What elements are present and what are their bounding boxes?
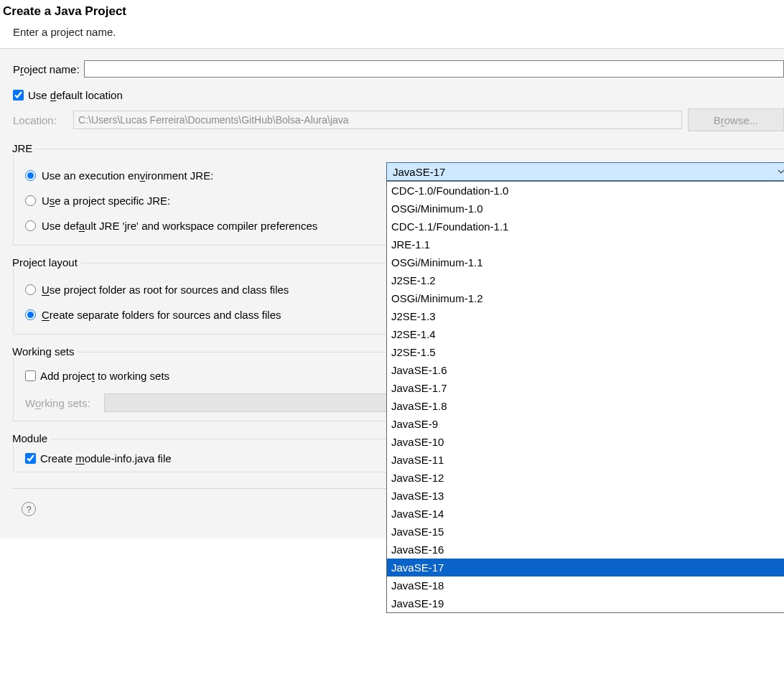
jre-option[interactable]: JavaSE-12 (387, 469, 784, 487)
jre-option[interactable]: JavaSE-11 (387, 451, 784, 469)
chevron-down-icon (778, 168, 784, 175)
jre-option[interactable]: JRE-1.1 (387, 235, 784, 253)
jre-option[interactable]: CDC-1.0/Foundation-1.0 (387, 182, 784, 200)
project-layout-legend: Project layout (12, 256, 80, 269)
jre-legend: JRE (12, 142, 35, 154)
jre-project-specific-input[interactable] (25, 195, 36, 206)
module-legend: Module (12, 432, 50, 444)
jre-option[interactable]: OSGi/Minimum-1.1 (387, 253, 784, 271)
jre-option[interactable]: JavaSE-1.6 (387, 361, 784, 379)
jre-option[interactable]: JavaSE-1.7 (387, 379, 784, 397)
jre-option[interactable]: JavaSE-14 (387, 505, 784, 523)
project-name-row: Project name: (13, 60, 784, 78)
jre-option[interactable]: J2SE-1.3 (387, 307, 784, 325)
jre-combo[interactable]: JavaSE-17 CDC-1.0/Foundation-1.0OSGi/Min… (386, 162, 784, 181)
location-input (73, 111, 682, 129)
browse-button: Browse... (688, 108, 784, 131)
jre-group: JRE Use an execution environment JRE: Ja… (13, 149, 784, 246)
jre-option[interactable]: CDC-1.1/Foundation-1.1 (387, 218, 784, 235)
jre-option[interactable]: OSGi/Minimum-1.0 (387, 200, 784, 218)
add-to-working-sets-input[interactable] (25, 370, 36, 381)
jre-default-input[interactable] (25, 220, 36, 231)
jre-option[interactable]: JavaSE-10 (387, 433, 784, 451)
module-info-label: Create module-info.java file (40, 452, 172, 464)
jre-option[interactable]: OSGi/Minimum-1.2 (387, 289, 784, 307)
jre-option[interactable]: J2SE-1.4 (387, 325, 784, 343)
add-to-working-sets-label: Add project to working sets (40, 370, 169, 382)
working-sets-label: Working sets: (25, 397, 98, 409)
layout-separate-label: Create separate folders for sources and … (42, 309, 281, 321)
jre-option[interactable]: JavaSE-15 (387, 523, 784, 541)
jre-project-specific-label: Use a project specific JRE: (42, 195, 170, 207)
project-name-input[interactable] (84, 60, 784, 78)
use-default-location-input[interactable] (13, 90, 24, 101)
use-default-location-checkbox[interactable]: Use default location (13, 89, 123, 101)
use-default-location-label: Use default location (28, 89, 123, 101)
jre-combo-button[interactable]: JavaSE-17 (386, 162, 784, 181)
working-sets-legend: Working sets (12, 345, 77, 358)
add-to-working-sets-checkbox[interactable]: Add project to working sets (25, 370, 169, 382)
jre-option[interactable]: JavaSE-1.8 (387, 397, 784, 415)
layout-separate-input[interactable] (25, 309, 36, 320)
dialog-content: Project name: Use default location Locat… (0, 49, 784, 538)
jre-dropdown-list[interactable]: CDC-1.0/Foundation-1.0OSGi/Minimum-1.0CD… (386, 181, 784, 613)
jre-option[interactable]: JavaSE-9 (387, 415, 784, 433)
jre-default-label: Use default JRE 'jre' and workspace comp… (42, 220, 317, 232)
jre-option[interactable]: JavaSE-13 (387, 487, 784, 505)
jre-combo-value: JavaSE-17 (393, 166, 445, 178)
help-icon[interactable]: ? (22, 502, 36, 516)
layout-root-input[interactable] (25, 284, 36, 295)
layout-root-label: Use project folder as root for sources a… (42, 284, 289, 296)
dialog-subtitle: Enter a project name. (13, 26, 781, 38)
module-info-input[interactable] (25, 453, 36, 464)
jre-exec-env-label: Use an execution environment JRE: (42, 169, 213, 182)
dialog-title: Create a Java Project (3, 4, 781, 19)
dialog-header: Create a Java Project Enter a project na… (0, 0, 784, 48)
module-info-checkbox[interactable]: Create module-info.java file (25, 452, 172, 464)
jre-exec-env-input[interactable] (25, 170, 36, 181)
jre-option[interactable]: JavaSE-17 (387, 559, 784, 576)
location-row: Location: Browse... (13, 108, 784, 131)
jre-option[interactable]: J2SE-1.2 (387, 271, 784, 289)
jre-option[interactable]: JavaSE-18 (387, 576, 784, 594)
jre-option[interactable]: JavaSE-19 (387, 594, 784, 612)
location-label: Location: (13, 114, 67, 126)
jre-option[interactable]: J2SE-1.5 (387, 343, 784, 361)
jre-option[interactable]: JavaSE-16 (387, 541, 784, 559)
project-name-label: Project name: (13, 63, 80, 75)
